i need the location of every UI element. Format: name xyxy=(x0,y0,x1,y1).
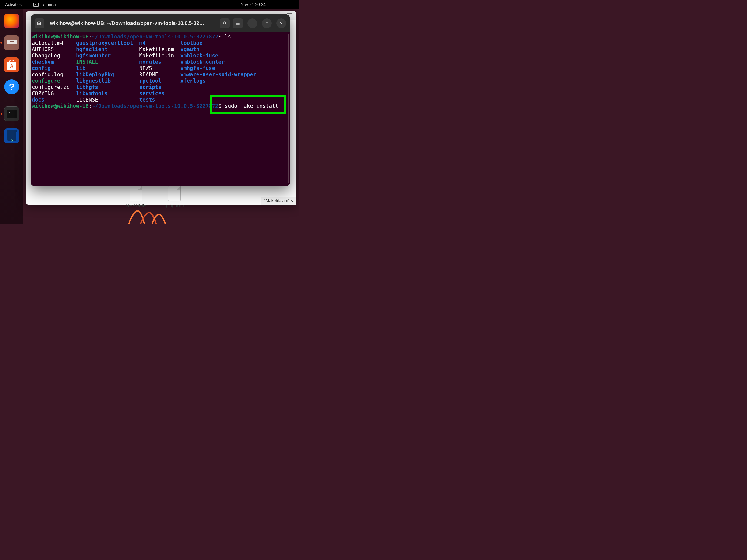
activities-button[interactable]: Activities xyxy=(3,1,24,8)
dock-firefox[interactable] xyxy=(4,14,19,28)
maximize-button[interactable] xyxy=(262,19,272,28)
file-icon xyxy=(130,186,143,201)
file-label: README xyxy=(126,203,146,208)
svg-point-1 xyxy=(223,22,226,24)
gnome-top-bar: Activities >_ Terminal Nov 21 20:34 xyxy=(0,0,299,9)
dock-help[interactable]: ? xyxy=(4,79,19,94)
search-button[interactable] xyxy=(220,19,230,28)
dock-software[interactable] xyxy=(4,57,19,72)
file-item[interactable]: .gitignore xyxy=(165,186,184,208)
file-label: .gitignore xyxy=(165,203,184,208)
dock-separator xyxy=(7,99,16,99)
terminal-window[interactable]: wikihow@wikihow-UB: ~/Downloads/open-vm-… xyxy=(31,15,290,186)
minimize-button[interactable] xyxy=(248,19,257,28)
terminal-icon: >_ xyxy=(33,3,38,7)
close-button[interactable] xyxy=(276,19,286,28)
app-menu-label: Terminal xyxy=(41,2,57,7)
wallpaper-accent xyxy=(126,205,299,224)
terminal-title: wikihow@wikihow-UB: ~/Downloads/open-vm-… xyxy=(48,20,216,26)
scrollbar[interactable] xyxy=(288,34,289,183)
dock-files[interactable] xyxy=(4,35,19,50)
dock: ? >_ ♻ xyxy=(0,9,23,224)
menu-button[interactable] xyxy=(233,19,243,28)
file-icon xyxy=(168,186,181,201)
file-item[interactable]: README xyxy=(126,186,146,208)
dock-trash[interactable]: ♻ xyxy=(4,128,19,143)
new-tab-button[interactable] xyxy=(34,19,44,28)
dock-terminal[interactable]: >_ xyxy=(4,106,19,121)
clock[interactable]: Nov 21 20:34 xyxy=(241,2,266,7)
svg-rect-2 xyxy=(266,22,268,24)
terminal-output[interactable]: wikihow@wikihow-UB:~/Downloads/open-vm-t… xyxy=(31,32,290,186)
app-menu[interactable]: >_ Terminal xyxy=(33,2,57,7)
terminal-headerbar: wikihow@wikihow-UB: ~/Downloads/open-vm-… xyxy=(31,15,290,32)
files-status: "Makefile.am" s xyxy=(260,197,297,205)
